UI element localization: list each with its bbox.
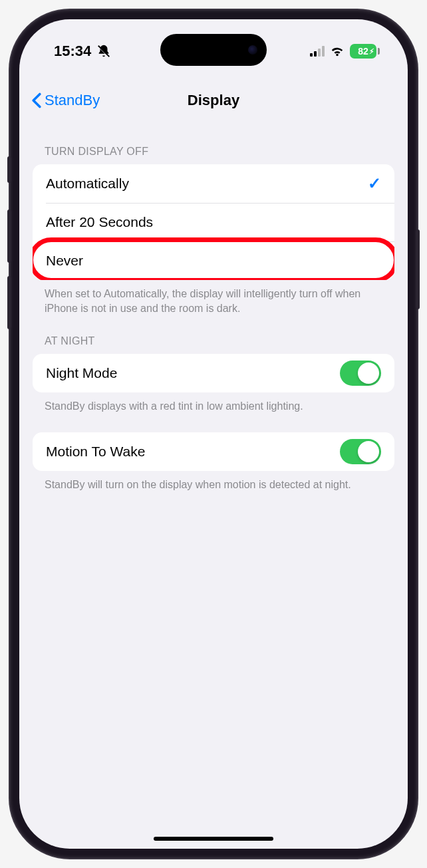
row-label: Motion To Wake: [46, 444, 145, 460]
option-label: Automatically: [46, 176, 129, 192]
power-button: [416, 229, 420, 309]
section-footer-motion: StandBy will turn on the display when mo…: [33, 471, 394, 492]
status-time: 15:34: [54, 43, 91, 60]
section-header-at-night: AT NIGHT: [33, 315, 394, 354]
section-header-turn-off: TURN DISPLAY OFF: [33, 126, 394, 164]
screen: 15:34 82 ⚡︎: [19, 19, 408, 849]
phone-frame: 15:34 82 ⚡︎: [10, 10, 417, 858]
option-automatically[interactable]: Automatically ✓: [33, 164, 394, 203]
motion-to-wake-row[interactable]: Motion To Wake: [33, 432, 394, 471]
option-after-20-seconds[interactable]: After 20 Seconds: [33, 203, 394, 241]
option-label: Never: [46, 253, 83, 269]
cellular-signal-icon: [310, 46, 325, 57]
wifi-icon: [330, 44, 345, 59]
volume-up-button: [7, 210, 11, 263]
home-indicator[interactable]: [154, 837, 273, 841]
status-left: 15:34: [54, 43, 111, 60]
night-mode-toggle[interactable]: [340, 361, 381, 386]
volume-down-button: [7, 276, 11, 329]
charging-bolt-icon: ⚡︎: [369, 47, 374, 56]
back-button[interactable]: StandBy: [31, 92, 100, 109]
status-right: 82 ⚡︎: [310, 44, 380, 59]
section-footer-turn-off: When set to Automatically, the display w…: [33, 280, 394, 315]
chevron-left-icon: [31, 92, 42, 108]
bell-slash-icon: [96, 44, 111, 59]
row-label: Night Mode: [46, 365, 117, 381]
night-mode-row[interactable]: Night Mode: [33, 354, 394, 392]
motion-group: Motion To Wake: [33, 432, 394, 471]
battery-indicator: 82 ⚡︎: [350, 44, 380, 59]
turn-display-off-group: Automatically ✓ After 20 Seconds Never: [33, 164, 394, 280]
motion-to-wake-toggle[interactable]: [340, 439, 381, 464]
back-label: StandBy: [45, 92, 100, 109]
nav-bar: StandBy Display: [19, 82, 408, 118]
option-label: After 20 Seconds: [46, 214, 153, 230]
option-never[interactable]: Never: [33, 241, 394, 280]
dynamic-island: [160, 34, 267, 66]
battery-percent: 82: [358, 46, 368, 57]
side-button: [7, 156, 11, 183]
section-footer-at-night: StandBy displays with a red tint in low …: [33, 392, 394, 414]
at-night-group: Night Mode: [33, 354, 394, 392]
checkmark-icon: ✓: [368, 174, 381, 193]
content-area: TURN DISPLAY OFF Automatically ✓ After 2…: [19, 126, 408, 849]
